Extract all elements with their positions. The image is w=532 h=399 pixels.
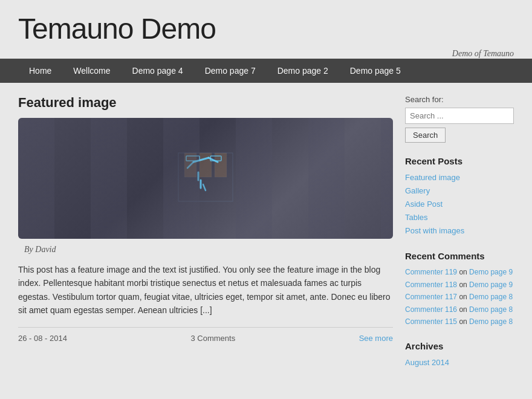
main-nav: HomeWellcomeDemo page 4Demo page 7Demo p… — [0, 59, 532, 83]
archives-heading: Archives — [405, 341, 514, 351]
site-header: Temauno Demo — [0, 0, 532, 45]
archives-widget: Archives August 2014 — [405, 341, 514, 369]
search-label: Search for: — [405, 95, 514, 104]
archives-list: August 2014 — [405, 356, 514, 369]
comment-line: Commenter 117 on Demo page 8 — [405, 291, 514, 303]
recent-posts-heading: Recent Posts — [405, 156, 514, 166]
post-meta: 26 - 08 - 2014 3 Comments See more — [18, 327, 393, 343]
post-date: 26 - 08 - 2014 — [18, 334, 67, 343]
search-button[interactable]: Search — [405, 128, 446, 143]
recent-posts-list: Featured imageGalleryAside PostTablesPos… — [405, 171, 514, 238]
recent-post-link[interactable]: Aside Post — [405, 198, 514, 211]
image-overlay — [18, 118, 393, 239]
sidebar: Search for: Search Recent Posts Featured… — [405, 95, 514, 383]
commenter-link[interactable]: Commenter 115 — [405, 317, 457, 326]
nav-link[interactable]: Demo page 4 — [122, 59, 194, 83]
comment-page-link[interactable]: Demo page 8 — [469, 305, 513, 314]
recent-comments-widget: Recent Comments Commenter 119 on Demo pa… — [405, 251, 514, 328]
comment-page-link[interactable]: Demo page 9 — [469, 268, 513, 276]
recent-comments-list: Commenter 119 on Demo page 9Commenter 11… — [405, 266, 514, 328]
recent-post-link[interactable]: Gallery — [405, 184, 514, 198]
post-comments: 3 Comments — [190, 334, 235, 343]
site-title: Temauno Demo — [18, 12, 514, 45]
post-excerpt: This post has a feature image and the te… — [18, 263, 393, 317]
nav-link[interactable]: Demo page 7 — [194, 59, 267, 83]
commenter-link[interactable]: Commenter 118 — [405, 281, 457, 289]
site-tagline: Demo of Temauno — [0, 45, 532, 59]
commenter-link[interactable]: Commenter 117 — [405, 293, 457, 301]
comment-line: Commenter 118 on Demo page 9 — [405, 279, 514, 291]
nav-link[interactable]: Home — [18, 59, 62, 83]
comment-page-link[interactable]: Demo page 8 — [469, 317, 513, 326]
recent-post-link[interactable]: Tables — [405, 211, 514, 224]
comment-page-link[interactable]: Demo page 9 — [469, 281, 513, 289]
see-more-link[interactable]: See more — [359, 334, 393, 343]
archive-link[interactable]: August 2014 — [405, 356, 514, 369]
commenter-link[interactable]: Commenter 119 — [405, 268, 457, 276]
nav-link[interactable]: Wellcome — [62, 59, 121, 83]
nav-link[interactable]: Demo page 5 — [339, 59, 412, 83]
comment-line: Commenter 115 on Demo page 8 — [405, 316, 514, 328]
search-input[interactable] — [405, 108, 514, 124]
main-content: Featured image — [18, 95, 393, 383]
comment-line: Commenter 116 on Demo page 8 — [405, 303, 514, 316]
commenter-link[interactable]: Commenter 116 — [405, 305, 457, 314]
recent-post-link[interactable]: Post with images — [405, 224, 514, 238]
comment-line: Commenter 119 on Demo page 9 — [405, 266, 514, 278]
recent-posts-widget: Recent Posts Featured imageGalleryAside … — [405, 156, 514, 238]
recent-post-link[interactable]: Featured image — [405, 171, 514, 184]
post-author: By David — [24, 245, 393, 255]
recent-comments-heading: Recent Comments — [405, 251, 514, 261]
post-title: Featured image — [18, 95, 393, 111]
nav-link[interactable]: Demo page 2 — [267, 59, 339, 83]
search-widget: Search for: Search — [405, 95, 514, 143]
comment-page-link[interactable]: Demo page 8 — [469, 293, 513, 301]
featured-image — [18, 118, 393, 239]
